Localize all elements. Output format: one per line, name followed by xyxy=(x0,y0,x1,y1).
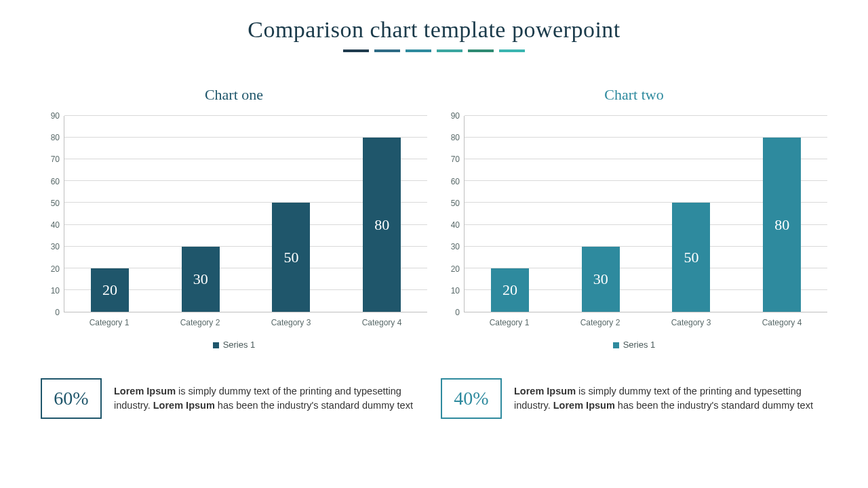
divider-segment xyxy=(499,49,525,52)
y-tick: 30 xyxy=(451,242,460,251)
y-axis: 0102030405060708090 xyxy=(441,116,464,312)
y-tick: 60 xyxy=(451,177,460,186)
bar: 30 xyxy=(582,247,620,312)
bar: 80 xyxy=(763,138,801,312)
chart-panel-1: Chart one010203040506070809020305080Cate… xyxy=(41,86,427,350)
stat-value: 60% xyxy=(41,378,102,419)
divider-segment xyxy=(468,49,494,52)
y-tick: 10 xyxy=(451,286,460,296)
y-tick: 50 xyxy=(51,199,60,208)
bar: 80 xyxy=(363,138,401,312)
chart-area: 010203040506070809020305080 xyxy=(41,116,427,312)
stat-block-1: 60%Lorem Ipsum is simply dummy text of t… xyxy=(41,378,427,419)
y-tick: 70 xyxy=(51,155,60,164)
chart-area: 010203040506070809020305080 xyxy=(441,116,827,312)
y-tick: 40 xyxy=(451,220,460,230)
y-axis: 0102030405060708090 xyxy=(41,116,64,312)
y-tick: 20 xyxy=(451,264,460,274)
x-label: Category 2 xyxy=(155,312,245,327)
x-axis: Category 1Category 2Category 3Category 4 xyxy=(464,312,827,327)
bar: 50 xyxy=(272,203,310,312)
y-tick: 70 xyxy=(451,155,460,164)
y-tick: 80 xyxy=(451,133,460,142)
x-label: Category 3 xyxy=(646,312,736,327)
stat-block-2: 40%Lorem Ipsum is simply dummy text of t… xyxy=(441,378,827,419)
charts-row: Chart one010203040506070809020305080Cate… xyxy=(27,86,841,350)
chart-title: Chart one xyxy=(41,86,427,104)
chart-title: Chart two xyxy=(441,86,827,104)
y-tick: 40 xyxy=(51,220,60,230)
plot-area: 20305080 xyxy=(464,116,827,312)
bar-slot: 20 xyxy=(465,116,555,312)
bar: 30 xyxy=(182,247,220,312)
x-label: Category 3 xyxy=(245,312,336,327)
chart-legend: Series 1 xyxy=(441,340,827,350)
divider-segment xyxy=(406,49,431,52)
y-tick: 80 xyxy=(51,133,60,142)
divider-segment xyxy=(374,49,400,52)
title-divider xyxy=(27,49,841,52)
y-tick: 10 xyxy=(51,286,60,296)
stat-value: 40% xyxy=(441,378,502,419)
divider-segment xyxy=(343,49,369,52)
bars-container: 20305080 xyxy=(64,116,427,312)
y-tick: 90 xyxy=(451,111,460,121)
bar-slot: 80 xyxy=(336,116,427,312)
legend-swatch xyxy=(613,342,619,348)
x-label: Category 4 xyxy=(736,312,827,327)
bar-slot: 20 xyxy=(64,116,155,312)
y-tick: 0 xyxy=(55,308,60,317)
chart-legend: Series 1 xyxy=(41,340,427,350)
bar-slot: 50 xyxy=(246,116,337,312)
divider-segment xyxy=(437,49,462,52)
bar-slot: 50 xyxy=(646,116,737,312)
stat-description: Lorem Ipsum is simply dummy text of the … xyxy=(514,384,827,413)
y-tick: 20 xyxy=(51,264,60,274)
y-tick: 0 xyxy=(455,308,460,317)
plot-area: 20305080 xyxy=(64,116,427,312)
y-tick: 90 xyxy=(51,111,60,121)
chart-panel-2: Chart two010203040506070809020305080Cate… xyxy=(441,86,827,350)
page-title: Comparison chart template powerpoint xyxy=(27,17,841,43)
x-label: Category 4 xyxy=(336,312,427,327)
x-label: Category 2 xyxy=(555,312,646,327)
bar: 50 xyxy=(672,203,710,312)
bar: 20 xyxy=(91,268,129,312)
stats-row: 60%Lorem Ipsum is simply dummy text of t… xyxy=(27,378,841,419)
bars-container: 20305080 xyxy=(465,116,827,312)
x-label: Category 1 xyxy=(64,312,155,327)
legend-label: Series 1 xyxy=(223,340,256,350)
legend-label: Series 1 xyxy=(623,340,656,350)
x-axis: Category 1Category 2Category 3Category 4 xyxy=(64,312,427,327)
y-tick: 60 xyxy=(51,177,60,186)
stat-description: Lorem Ipsum is simply dummy text of the … xyxy=(114,384,427,413)
bar-slot: 30 xyxy=(155,116,246,312)
bar: 20 xyxy=(491,268,529,312)
y-tick: 30 xyxy=(51,242,60,251)
x-label: Category 1 xyxy=(464,312,555,327)
legend-swatch xyxy=(213,342,219,348)
bar-slot: 30 xyxy=(555,116,646,312)
y-tick: 50 xyxy=(451,199,460,208)
slide: Comparison chart template powerpoint Cha… xyxy=(0,0,868,488)
bar-slot: 80 xyxy=(736,116,827,312)
